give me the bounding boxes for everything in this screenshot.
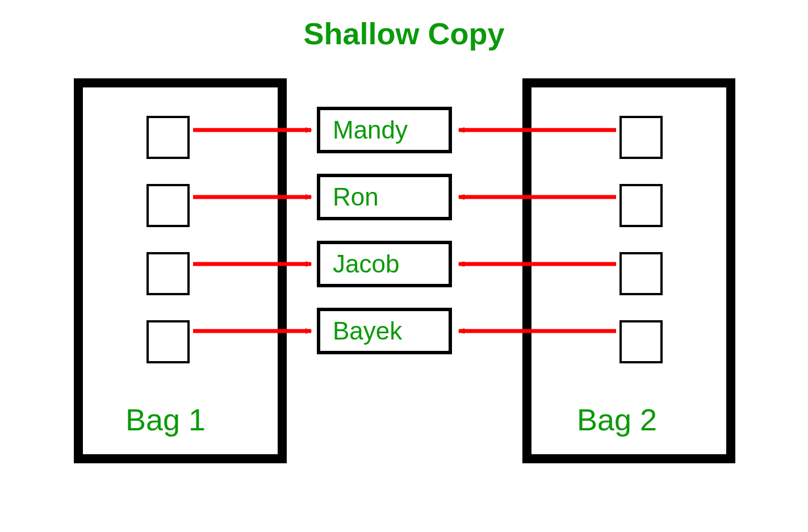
- shared-value-box: Mandy: [317, 107, 452, 153]
- shared-value-box: Bayek: [317, 308, 452, 354]
- bag-1-slot: [146, 252, 190, 295]
- bag-2-container: Bag 2: [522, 78, 735, 463]
- bag-2-slot: [619, 320, 663, 363]
- bag-1-slot: [146, 320, 190, 363]
- bag-1-slot: [146, 116, 190, 159]
- shared-value-box: Jacob: [317, 241, 452, 287]
- shared-value-box: Ron: [317, 174, 452, 220]
- diagram-title: Shallow Copy: [0, 16, 808, 51]
- bag-2-slot: [619, 116, 663, 159]
- bag-2-slot: [619, 184, 663, 227]
- bag-1-slot: [146, 184, 190, 227]
- bag-1-label: Bag 1: [125, 402, 206, 437]
- bag-1-container: Bag 1: [74, 78, 287, 463]
- shared-values-column: Mandy Ron Jacob Bayek: [317, 107, 452, 375]
- bag-2-slot: [619, 252, 663, 295]
- bag-2-label: Bag 2: [577, 402, 657, 437]
